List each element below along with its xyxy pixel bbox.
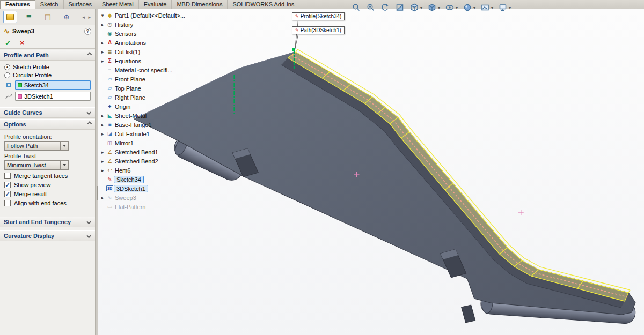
tree-item-label: Sweep3: [114, 195, 137, 201]
radio-button[interactable]: [4, 72, 10, 78]
hide-show-items-icon[interactable]: ▾: [443, 2, 459, 13]
checkbox[interactable]: [4, 200, 11, 206]
expand-arrow[interactable]: ▸: [99, 113, 106, 118]
expand-arrow[interactable]: ▸: [99, 159, 106, 164]
view-orientation-icon[interactable]: ▾: [408, 2, 424, 13]
dropdown-arrow-icon[interactable]: ▾: [438, 5, 440, 10]
tree-item-sweep3[interactable]: ▸∿Sweep3: [99, 193, 186, 202]
dropdown-button[interactable]: [60, 161, 68, 169]
tab-mbd-dimensions[interactable]: MBD Dimensions: [172, 0, 228, 9]
tree-item-cut-extrude1[interactable]: ▸◪Cut-Extrude1: [99, 129, 186, 138]
tree-item-sheet-metal[interactable]: ▸◣Sheet-Metal: [99, 111, 186, 120]
path-callout[interactable]: ✎ Path(3DSketch1): [292, 26, 345, 34]
dropdown-arrow-icon[interactable]: ▾: [491, 5, 493, 10]
path-selection-field[interactable]: 3DSketch1: [15, 92, 91, 101]
section-options[interactable]: Options: [0, 119, 95, 130]
help-icon[interactable]: ?: [84, 28, 91, 35]
previous-view-icon[interactable]: [379, 2, 392, 13]
radio-circular-profile[interactable]: Circular Profile: [4, 72, 91, 78]
tree-item-base-flange1[interactable]: ▸■Base-Flange1: [99, 120, 186, 129]
tree-item-equations[interactable]: ▸ΣEquations: [99, 56, 186, 65]
tab-surfaces[interactable]: Surfaces: [64, 0, 97, 9]
dropdown-arrow-icon[interactable]: ▾: [456, 5, 458, 10]
checkbox[interactable]: ✓: [4, 191, 11, 197]
section-guide-curves[interactable]: Guide Curves: [0, 107, 95, 118]
profile-orientation-dropdown[interactable]: Follow Path: [4, 141, 69, 151]
splitter-handle[interactable]: [97, 186, 98, 200]
expand-arrow[interactable]: ▸: [99, 131, 106, 137]
sweep-icon: ∿: [106, 194, 114, 201]
tree-item-top-plane[interactable]: ▱Top Plane: [99, 84, 186, 93]
apply-scene-icon[interactable]: ▾: [479, 2, 495, 13]
zoom-to-area-icon[interactable]: [364, 2, 377, 13]
tree-item-sensors[interactable]: ◉Sensors: [99, 29, 186, 38]
tree-item-3dsketch1[interactable]: 3D3DSketch1: [99, 184, 186, 193]
dropdown-arrow-icon[interactable]: ▾: [420, 5, 422, 10]
tree-item-hem6[interactable]: ▸↩Hem6: [99, 166, 186, 175]
tab-evaluate[interactable]: Evaluate: [139, 0, 172, 9]
tree-item-front-plane[interactable]: ▱Front Plane: [99, 75, 186, 84]
profile-selection-field[interactable]: Sketch34: [15, 80, 91, 90]
command-tab-bar: Features Sketch Surfaces Sheet Metal Eva…: [0, 0, 644, 9]
expand-arrow[interactable]: ▸: [99, 122, 106, 128]
checkbox-merge-tangent-faces[interactable]: Merge tangent faces: [4, 173, 91, 179]
radio-button[interactable]: ●: [4, 64, 10, 70]
edit-appearance-icon[interactable]: ▾: [461, 2, 477, 13]
checkbox-merge-result[interactable]: ✓ Merge result: [4, 191, 91, 197]
profile-callout[interactable]: ✎ Profile(Sketch34): [292, 12, 345, 20]
tree-item-origin[interactable]: +Origin: [99, 102, 186, 111]
tree-item-sketch34[interactable]: ✎Sketch34: [99, 175, 186, 184]
dropdown-arrow-icon[interactable]: ▾: [509, 5, 511, 10]
zoom-to-fit-icon[interactable]: [350, 2, 363, 13]
property-manager-panel: ≣ ▤ ⊕ ◂ ▸ ∿ Sweep3 ? ✓ × Profile and Pat…: [0, 9, 96, 335]
3d-sketch-icon: 3D: [106, 185, 113, 191]
expand-arrow[interactable]: ▾: [99, 13, 106, 18]
tree-item-history[interactable]: ▸◷History: [99, 20, 186, 29]
tree-item-annotations[interactable]: ▸AAnnotations: [99, 38, 186, 47]
expand-arrow[interactable]: ▸: [99, 49, 106, 55]
checkbox-show-preview[interactable]: ✓ Show preview: [4, 182, 91, 188]
expand-arrow[interactable]: ▸: [99, 58, 106, 64]
tab-sketch[interactable]: Sketch: [35, 0, 64, 9]
feature-manager-tab[interactable]: ≣: [22, 11, 36, 23]
tab-sheet-metal[interactable]: Sheet Metal: [97, 0, 139, 9]
radio-sketch-profile[interactable]: ● Sketch Profile: [4, 64, 91, 70]
tab-features[interactable]: Features: [0, 0, 35, 9]
cancel-button[interactable]: ×: [20, 40, 25, 46]
display-style-icon[interactable]: ▾: [426, 2, 442, 13]
ok-button[interactable]: ✓: [5, 39, 11, 47]
checkbox[interactable]: ✓: [4, 182, 11, 188]
tree-item-label: Sketched Bend1: [114, 149, 159, 155]
configuration-manager-tab[interactable]: ▤: [41, 11, 55, 23]
section-start-end-tangency[interactable]: Start and End Tangency: [0, 217, 95, 227]
tree-item-material[interactable]: ≡Material <not specifi...: [99, 65, 186, 75]
section-view-icon[interactable]: [393, 2, 406, 13]
expand-arrow[interactable]: ▸: [99, 22, 106, 27]
profile-twist-dropdown[interactable]: Minimum Twist: [4, 160, 69, 170]
property-manager-tab[interactable]: [3, 11, 17, 23]
checkbox[interactable]: [4, 173, 11, 179]
section-profile-and-path[interactable]: Profile and Path: [0, 50, 95, 61]
tree-item-part1[interactable]: ▾◆Part1 (Default<<Default>...: [99, 11, 186, 20]
expand-arrow[interactable]: ▸: [99, 195, 106, 200]
tree-item-right-plane[interactable]: ▱Right Plane: [99, 93, 186, 102]
tree-item-mirror1[interactable]: ◫Mirror1: [99, 138, 186, 147]
tree-item-flat-pattern[interactable]: ▭Flat-Pattern: [99, 202, 186, 211]
expand-arrow[interactable]: ▸: [99, 40, 106, 46]
tree-item-sketched-bend1[interactable]: ▸∠Sketched Bend1: [99, 147, 186, 157]
tree-item-cut-list[interactable]: ▸≣Cut list(1): [99, 47, 186, 56]
expand-arrow[interactable]: ▸: [99, 150, 106, 155]
dropdown-button[interactable]: [60, 142, 68, 150]
tab-scroll-arrows[interactable]: ◂ ▸: [82, 14, 92, 20]
expand-arrow[interactable]: ▸: [99, 168, 106, 173]
checkbox-align-with-end-faces[interactable]: Align with end faces: [4, 200, 91, 206]
graphics-viewport[interactable]: ▾◆Part1 (Default<<Default>... ▸◷History …: [98, 9, 644, 335]
tree-item-sketched-bend2[interactable]: ▸∠Sketched Bend2: [99, 157, 186, 166]
chevron-down-icon: [86, 234, 91, 238]
view-settings-icon[interactable]: ▾: [496, 2, 513, 13]
section-curvature-display[interactable]: Curvature Display: [0, 230, 95, 241]
dropdown-arrow-icon[interactable]: ▾: [473, 5, 475, 10]
tab-solidworks-add-ins[interactable]: SOLIDWORKS Add-Ins: [228, 0, 299, 9]
sketched-bend-icon: ∠: [106, 148, 114, 155]
dimxpert-manager-tab[interactable]: ⊕: [60, 11, 74, 23]
